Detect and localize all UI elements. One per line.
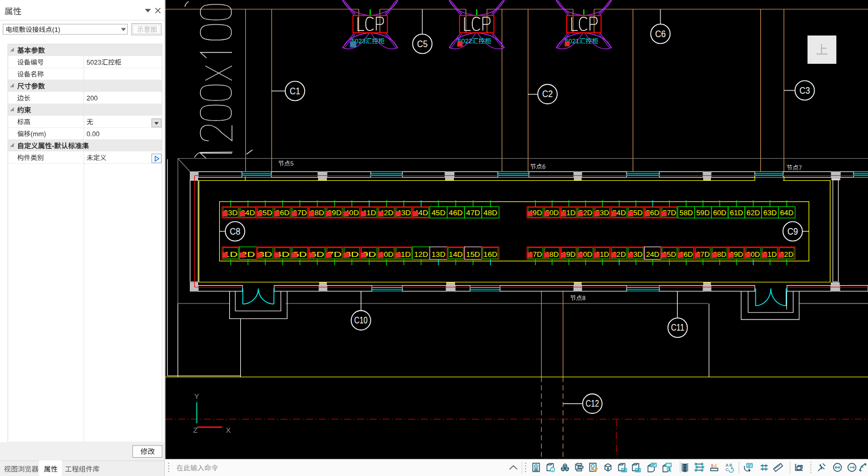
svg-text:61D: 61D	[730, 209, 743, 217]
svg-text:58D: 58D	[679, 209, 693, 217]
svg-text:15D: 15D	[466, 250, 480, 259]
svg-text:Y: Y	[194, 392, 199, 401]
svg-text:16D: 16D	[483, 250, 497, 259]
svg-text:24D: 24D	[646, 250, 659, 259]
svg-text:C: C	[726, 467, 729, 472]
svg-text:C6: C6	[655, 29, 666, 39]
svg-text:12D: 12D	[414, 250, 428, 259]
svg-text:47D: 47D	[466, 209, 480, 217]
svg-text:Z: Z	[193, 426, 198, 434]
svg-text:13D: 13D	[431, 250, 445, 259]
svg-text:C3: C3	[800, 85, 810, 96]
svg-text:C5: C5	[417, 39, 428, 49]
svg-text:48D: 48D	[483, 209, 497, 217]
svg-text:64D: 64D	[780, 209, 794, 217]
svg-text:C9: C9	[788, 226, 798, 237]
svg-text:C1: C1	[290, 86, 300, 97]
svg-text:59D: 59D	[697, 209, 710, 217]
svg-text:62D: 62D	[746, 209, 760, 217]
svg-text:C12: C12	[586, 398, 599, 409]
svg-text:45D: 45D	[431, 209, 445, 217]
svg-text:C10: C10	[354, 315, 367, 326]
svg-text:63D: 63D	[763, 209, 776, 217]
svg-text:C11: C11	[671, 322, 684, 333]
svg-text:14D: 14D	[449, 250, 463, 259]
svg-text:C8: C8	[230, 226, 240, 237]
svg-text:X: X	[226, 426, 231, 434]
svg-text:60D: 60D	[713, 209, 726, 217]
svg-text:46D: 46D	[449, 209, 463, 217]
svg-text:C2: C2	[542, 89, 553, 99]
